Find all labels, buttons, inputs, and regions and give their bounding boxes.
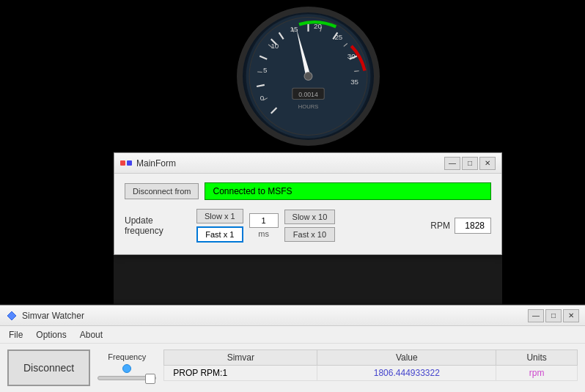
table-header: Simvar Value Units [164,350,578,366]
svg-text:20: 20 [314,22,322,30]
svg-text:HOURS: HOURS [298,103,317,110]
col-units: Units [496,350,578,366]
slow-x1-button[interactable]: Slow x 1 [196,209,243,223]
update-frequency-label: Update frequency [125,215,191,236]
freq-buttons-right: Slow x 10 Fast x 10 [284,210,336,242]
sw-maximize-button[interactable]: □ [545,309,562,322]
ms-label: ms [258,229,269,238]
frequency-slider-area: Frequency [98,350,156,380]
svg-text:0: 0 [260,94,264,102]
sw-minimize-button[interactable]: — [528,309,544,322]
frequency-indicator [122,364,131,373]
simvar-app-icon [6,310,18,322]
simvar-name: PROP RPM:1 [164,366,317,381]
svg-text:30: 30 [347,52,355,60]
simvar-watcher-title: Simvar Watcher [22,311,523,321]
close-button[interactable]: ✕ [479,157,496,170]
connection-status: Connected to MSFS [205,182,491,200]
frequency-slider[interactable] [98,376,156,380]
svg-text:0.0014: 0.0014 [298,91,318,98]
svg-text:10: 10 [271,42,279,50]
svg-line-16 [354,71,358,72]
connection-row: Disconnect from Connected to MSFS [125,182,491,200]
col-value: Value [317,350,496,366]
table-row: PROP RPM:1 1806.444933322 rpm [164,366,578,381]
svg-text:5: 5 [263,66,268,74]
slow-x10-button[interactable]: Slow x 10 [284,210,336,224]
rpm-section: RPM 1828 [430,218,491,234]
simvar-units: rpm [496,366,578,381]
simvar-value: 1806.444933322 [317,366,496,381]
svg-point-30 [304,73,312,81]
ms-input-area: ms [249,213,279,238]
rpm-label: RPM [430,221,450,231]
fast-x1-button[interactable]: Fast x 1 [196,226,243,243]
table-body: PROP RPM:1 1806.444933322 rpm [164,366,578,381]
svg-text:25: 25 [334,33,342,41]
fast-x10-button[interactable]: Fast x 10 [284,227,336,242]
main-form-titlebar: MainForm — □ ✕ [114,153,501,174]
main-form-controls: — □ ✕ [444,157,496,170]
ms-input[interactable] [249,213,279,228]
svg-line-11 [257,72,262,73]
minimize-button[interactable]: — [444,157,460,170]
freq-buttons-left: Slow x 1 Fast x 1 [196,209,243,243]
frequency-section: Update frequency Slow x 1 Fast x 1 ms Sl… [125,209,491,243]
simvar-watcher-window: Simvar Watcher — □ ✕ File Options About … [0,305,585,392]
col-simvar: Simvar [164,350,317,366]
rpm-gauge: 0 5 10 15 20 25 30 35 0.0014 HOURS [237,7,380,146]
disconnect-button[interactable]: Disconnect [7,350,90,386]
simvar-table: Simvar Value Units PROP RPM:1 1806.44493… [163,350,578,381]
black-bg-left [0,0,114,304]
simvar-watcher-content: Disconnect Frequency Simvar Value Units … [0,344,585,392]
black-bg-right [502,0,585,304]
simvar-watcher-controls: — □ ✕ [528,309,579,322]
frequency-slider-label: Frequency [108,352,146,361]
simvar-watcher-titlebar: Simvar Watcher — □ ✕ [0,306,585,326]
simvar-watcher-menubar: File Options About [0,326,585,344]
svg-text:35: 35 [350,78,358,86]
main-form-content: Disconnect from Connected to MSFS Update… [114,174,501,254]
menu-about[interactable]: About [74,328,108,342]
main-form-title: MainForm [136,158,440,169]
menu-options[interactable]: Options [30,328,72,342]
disconnect-from-button[interactable]: Disconnect from [125,183,199,199]
maximize-button[interactable]: □ [462,157,478,170]
rpm-value: 1828 [455,218,491,234]
sw-close-button[interactable]: ✕ [563,309,579,322]
menu-file[interactable]: File [3,328,29,342]
main-form-window: MainForm — □ ✕ Disconnect from Connected… [114,152,502,255]
app-icon [120,158,132,169]
slider-thumb [145,374,155,384]
